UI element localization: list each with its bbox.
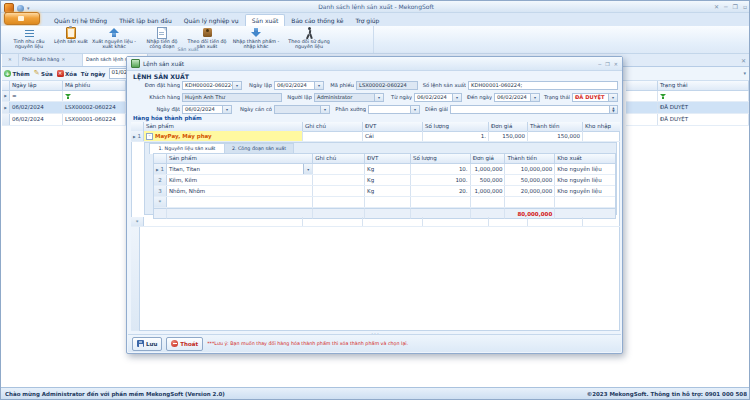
material-row[interactable]: 3 Nhôm, Nhôm Kg 20. 1,000,000 20,000,000… [154, 186, 615, 197]
close-icon[interactable]: ✕ [714, 3, 719, 11]
cell-date[interactable]: 06/02/2024 [10, 102, 63, 113]
order-combo[interactable]: KDH00002-060224; [182, 81, 242, 90]
filter-cell-date[interactable]: = [10, 91, 63, 101]
table-row[interactable]: ĐÃ DUYỆT [626, 102, 750, 114]
to-date-input[interactable]: 06/02/2024 [494, 93, 540, 102]
order-date-input[interactable]: 06/02/2024 [182, 105, 232, 114]
dropdown-icon[interactable] [608, 94, 617, 101]
column-header-note[interactable]: Ghi chú [313, 154, 365, 164]
cell-product[interactable]: MayPay, Máy phay [144, 131, 303, 141]
column-header-warehouse[interactable]: Kho xuất [555, 154, 615, 164]
from-date-input[interactable]: 06/02/2024 [414, 93, 462, 102]
dropdown-icon[interactable] [314, 82, 323, 89]
restore-icon[interactable]: ❐ [733, 3, 738, 11]
cell-qty[interactable]: 1. [423, 131, 489, 141]
dropdown-icon[interactable] [222, 106, 231, 113]
cell-unit[interactable]: Cái [363, 131, 423, 141]
edit-button[interactable]: Sửa [34, 70, 53, 77]
from-date-input[interactable]: 01/02/2024 [109, 68, 127, 79]
table-row[interactable]: 06/02/2024 LSX00001-060224 [2, 114, 126, 126]
cell-qty[interactable]: 10. [411, 164, 471, 174]
workshop-combo[interactable] [368, 105, 420, 114]
cell-product[interactable]: Titan, Titan [167, 164, 313, 174]
created-date-input[interactable]: 06/02/2024 [274, 81, 324, 90]
cell-qty[interactable]: 20. [411, 186, 471, 196]
cell-product[interactable]: Nhôm, Nhôm [167, 186, 313, 196]
save-button[interactable]: Lưu [132, 337, 162, 351]
toolbar-overflow-icon[interactable]: ▾ [743, 70, 746, 76]
close-document-icon[interactable]: ✕ [741, 56, 746, 65]
cell-note[interactable] [313, 175, 365, 185]
dropdown-icon[interactable] [232, 82, 241, 89]
cell-code[interactable]: LSX00001-060224 [63, 114, 126, 125]
cell-unit[interactable]: Kg [365, 175, 411, 185]
cell-warehouse[interactable] [583, 131, 620, 141]
need-date-input[interactable] [274, 105, 330, 114]
column-header-unit[interactable]: ĐVT [365, 154, 411, 164]
ribbon-tab-operations[interactable]: Quản lý nghiệp vụ [178, 15, 245, 26]
tab-sales-order[interactable]: Phiếu bán hàng ✕ [19, 54, 83, 66]
cell-price[interactable]: 500,000 [471, 175, 506, 185]
column-header-qty[interactable]: Số lượng [411, 154, 471, 164]
column-header-price[interactable]: Đơn giá [471, 154, 506, 164]
dropdown-icon[interactable] [452, 94, 461, 101]
dropdown-icon[interactable] [530, 94, 539, 101]
product-row[interactable]: 1 MayPay, Máy phay Cái 1. 150,000 150,00… [131, 131, 620, 142]
minimize-icon[interactable]: ─ [724, 3, 728, 11]
close-icon[interactable]: ✕ [61, 54, 65, 66]
column-header-product[interactable]: Sản phẩm [167, 154, 313, 164]
cell-note[interactable] [313, 164, 365, 174]
close-icon[interactable]: ✕ [614, 60, 618, 68]
filter-cell-code[interactable] [63, 91, 126, 101]
cell-note[interactable] [303, 131, 363, 141]
cell-amount[interactable]: 50,000,000 [505, 175, 555, 185]
table-row[interactable]: ĐÃ DUYỆT [626, 114, 750, 126]
cell-amount[interactable]: 10,000,000 [505, 164, 555, 174]
cell-price[interactable]: 1,000,000 [471, 164, 506, 174]
column-header-status[interactable]: Trạng thái [657, 81, 749, 91]
cell-price[interactable]: 150,000 [489, 131, 528, 141]
maximize-icon[interactable]: ▫ [743, 3, 747, 11]
cell-date[interactable]: 06/02/2024 [10, 114, 63, 125]
cell-price[interactable]: 1,000,000 [471, 186, 506, 196]
cell-status[interactable]: ĐÃ DUYỆT [657, 102, 749, 113]
material-new-row[interactable]: * [154, 197, 615, 208]
dropdown-icon[interactable] [320, 106, 329, 113]
status-combo[interactable]: ĐÃ DUYỆT [572, 93, 618, 102]
tab-stub[interactable]: ✕ [2, 54, 19, 66]
filter-cell-status[interactable] [657, 91, 749, 101]
ribbon-tab-system[interactable]: Quản trị hệ thống [48, 15, 113, 26]
cell-product[interactable]: Kẽm, Kẽm [167, 175, 313, 185]
add-button[interactable]: Thêm [4, 70, 30, 77]
cell-amount[interactable]: 150,000 [528, 131, 583, 141]
cell-amount[interactable]: 20,000,000 [505, 186, 555, 196]
cell-warehouse[interactable]: Kho nguyên liệu [555, 186, 615, 196]
cell-note[interactable] [313, 186, 365, 196]
column-header-code[interactable]: Mã phiếu [63, 81, 126, 91]
dropdown-icon[interactable] [374, 94, 383, 101]
restore-icon[interactable]: ❐ [605, 60, 609, 68]
ribbon-tab-help[interactable]: Trợ giúp [350, 15, 386, 26]
cell-warehouse[interactable]: Kho nguyên liệu [555, 175, 615, 185]
dropdown-icon[interactable] [410, 106, 419, 113]
spinner-icon[interactable]: ▲▼ [609, 106, 617, 113]
product-new-row[interactable]: * [131, 217, 620, 227]
column-header-amount[interactable]: Thành tiền [505, 154, 555, 164]
cell-qty[interactable]: 100. [411, 175, 471, 185]
cell-code[interactable]: LSX00002-060224 [63, 102, 126, 113]
note-input[interactable]: ▲▼ [450, 105, 618, 114]
app-menu-button[interactable] [4, 12, 40, 25]
collapse-icon[interactable] [146, 133, 153, 140]
material-row[interactable]: 1 Titan, Titan Kg 10. 1,000,000 10,000,0… [154, 164, 615, 175]
minimize-icon[interactable]: ─ [598, 60, 601, 68]
ribbon-tab-production[interactable]: Sản xuất [245, 14, 286, 26]
dropdown-icon[interactable] [303, 164, 312, 174]
cell-unit[interactable]: Kg [365, 164, 411, 174]
material-row[interactable]: 2 Kẽm, Kẽm Kg 100. 500,000 50,000,000 Kh… [154, 175, 615, 186]
column-header-date[interactable]: Ngày lập [10, 81, 63, 91]
ribbon-tab-setup[interactable]: Thiết lập ban đầu [113, 15, 178, 26]
number-input[interactable]: KDH00001-060224; [468, 81, 618, 90]
exit-button[interactable]: Thoát [166, 337, 203, 351]
cell-unit[interactable]: Kg [365, 186, 411, 196]
delete-button[interactable]: Xóa [57, 70, 77, 77]
